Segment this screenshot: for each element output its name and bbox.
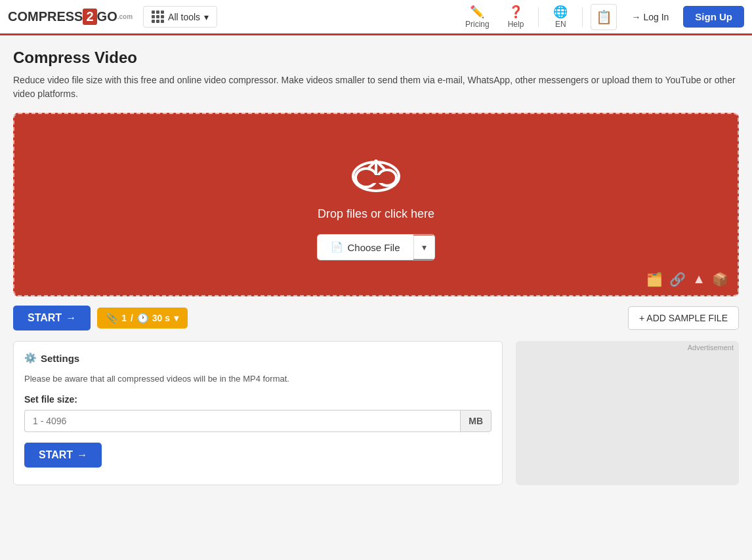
settings-title: ⚙️ Settings xyxy=(24,352,491,364)
logo-com: .com xyxy=(117,13,133,20)
chevron-down-icon-count: ▾ xyxy=(174,313,178,323)
bottom-bar: START → 📎 1 / 🕐 30 s ▾ + ADD SAMPLE FILE xyxy=(13,306,739,330)
logo-compress: COMPRESS xyxy=(8,9,83,24)
file-count-button[interactable]: 📎 1 / 🕐 30 s ▾ xyxy=(97,308,188,329)
login-button[interactable]: → Log In xyxy=(622,7,678,28)
drop-zone[interactable]: Drop files or click here 📄 Choose File ▾… xyxy=(13,113,739,296)
pricing-icon: ✏️ xyxy=(470,5,484,19)
choose-file-button[interactable]: 📄 Choose File xyxy=(318,235,413,260)
settings-label: Settings xyxy=(41,353,79,364)
settings-note: Please be aware that all compressed vide… xyxy=(24,373,491,385)
page-description: Reduce video file size with this free an… xyxy=(13,73,739,101)
nav-separator-2 xyxy=(582,7,583,27)
folder-icon[interactable]: 🗂️ xyxy=(646,271,663,287)
signup-label: Sign Up xyxy=(695,11,732,22)
login-label: Log In xyxy=(643,12,669,22)
chevron-down-icon: ▾ xyxy=(204,12,209,22)
file-size-label: Set file size: xyxy=(24,394,491,405)
clipboard-icon: 📋 xyxy=(596,9,612,25)
help-nav-item[interactable]: ❓ Help xyxy=(501,2,531,31)
clock-icon: 🕐 xyxy=(137,313,148,323)
lower-section: ⚙️ Settings Please be aware that all com… xyxy=(13,341,739,485)
start-button[interactable]: START → xyxy=(13,306,91,330)
main-content: Compress Video Reduce video file size wi… xyxy=(0,35,752,492)
start-bottom-arrow-icon: → xyxy=(77,449,87,461)
lang-label: EN xyxy=(555,20,566,29)
choose-file-label: Choose File xyxy=(347,242,400,253)
globe-icon: 🌐 xyxy=(553,5,568,19)
logo-go: GO xyxy=(97,9,117,24)
pricing-label: Pricing xyxy=(465,20,490,29)
login-arrow-icon: → xyxy=(631,12,640,22)
lang-nav-item[interactable]: 🌐 EN xyxy=(547,2,574,31)
google-drive-icon[interactable]: ▲ xyxy=(692,271,705,287)
link-icon[interactable]: 🔗 xyxy=(669,271,686,287)
file-size-unit: MB xyxy=(460,410,491,432)
add-sample-label: + ADD SAMPLE FILE xyxy=(639,313,728,323)
signup-button[interactable]: Sign Up xyxy=(683,6,744,28)
all-tools-button[interactable]: All tools ▾ xyxy=(143,6,217,28)
chevron-down-icon-choose: ▾ xyxy=(422,242,427,252)
dropbox-icon[interactable]: 📦 xyxy=(712,271,728,287)
help-label: Help xyxy=(508,20,524,29)
choose-file-dropdown-button[interactable]: ▾ xyxy=(413,235,434,259)
header: COMPRESS2GO.com All tools ▾ ✏️ Pricing ❓… xyxy=(0,0,752,35)
time-limit: 30 s xyxy=(152,313,170,323)
grid-icon xyxy=(152,10,164,23)
help-icon: ❓ xyxy=(509,5,523,19)
start-label: START xyxy=(28,312,62,324)
upload-cloud-icon xyxy=(346,149,406,197)
settings-panel: ⚙️ Settings Please be aware that all com… xyxy=(13,341,503,485)
choose-file-container: 📄 Choose File ▾ xyxy=(317,234,434,260)
start-bottom-label: START xyxy=(39,449,73,461)
svg-rect-4 xyxy=(369,175,383,183)
start-arrow-icon: → xyxy=(66,312,76,324)
nav-separator xyxy=(538,7,539,27)
ad-panel: Advertisement xyxy=(516,341,739,485)
pricing-nav-item[interactable]: ✏️ Pricing xyxy=(459,2,496,31)
drop-zone-icons: 🗂️ 🔗 ▲ 📦 xyxy=(646,271,728,287)
file-size-input[interactable] xyxy=(24,410,460,432)
add-sample-file-button[interactable]: + ADD SAMPLE FILE xyxy=(628,306,739,330)
file-size-input-row: MB xyxy=(24,410,491,432)
separator: / xyxy=(131,313,133,323)
page-title: Compress Video xyxy=(13,49,739,67)
ad-label: Advertisement xyxy=(516,341,739,354)
clipboard-button[interactable]: 📋 xyxy=(591,4,617,30)
file-count: 1 xyxy=(121,313,127,323)
file-icon-small: 📎 xyxy=(106,313,117,323)
gear-icon: ⚙️ xyxy=(24,352,37,364)
logo[interactable]: COMPRESS2GO.com xyxy=(8,9,133,25)
all-tools-label: All tools xyxy=(168,12,200,22)
start-button-bottom[interactable]: START → xyxy=(24,443,102,468)
logo-2: 2 xyxy=(83,9,96,25)
file-icon: 📄 xyxy=(331,241,343,253)
drop-text: Drop files or click here xyxy=(318,207,434,221)
